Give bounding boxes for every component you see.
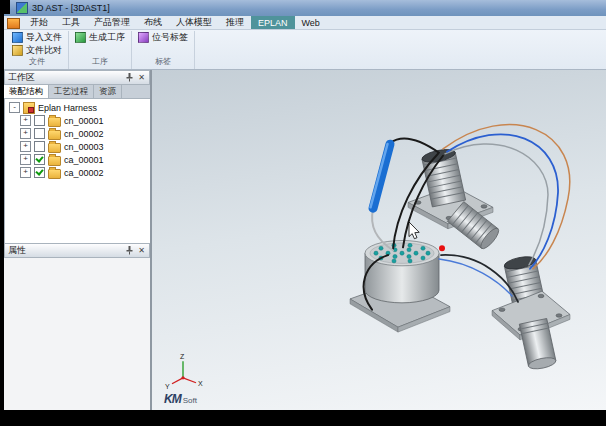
tab-eplan[interactable]: EPLAN: [251, 16, 295, 29]
viewport-3d[interactable]: Z X Y KM Soft: [152, 70, 606, 410]
tab-reasoning[interactable]: 推理: [219, 16, 251, 29]
import-file-button[interactable]: 导入文件: [10, 31, 64, 44]
expand-toggle-icon[interactable]: +: [20, 128, 31, 139]
tree-root-row[interactable]: - Eplan Harness: [5, 101, 150, 114]
assembly-tree: - Eplan Harness + cn_00001 + cn: [4, 99, 150, 243]
generate-process-icon: [75, 32, 86, 43]
wire-black-to-sleeve: [390, 138, 439, 152]
close-icon[interactable]: ✕: [137, 73, 146, 82]
position-label-button[interactable]: 位号标签: [136, 31, 190, 44]
tab-routing[interactable]: 布线: [137, 16, 169, 29]
blue-sleeve: [371, 144, 391, 208]
folder-icon: [48, 143, 61, 153]
tree-row-ca00001[interactable]: + ca_00001: [5, 153, 150, 166]
position-label-icon: [138, 32, 149, 43]
ribbon-group-label-file: 文件: [10, 57, 64, 67]
workspace-panel-header: 工作区 ✕: [4, 70, 150, 85]
ribbon-group-process: 生成工序 工序: [69, 31, 132, 69]
corner-notch: [0, 0, 10, 14]
pin-icon[interactable]: [125, 73, 134, 82]
mouse-cursor: [409, 222, 419, 239]
tab-manikin[interactable]: 人体模型: [169, 16, 219, 29]
tab-assembly-structure[interactable]: 装配结构: [4, 85, 49, 98]
file-compare-button[interactable]: 文件比对: [10, 44, 64, 57]
tree-item-label: cn_00002: [64, 129, 104, 139]
tree-checkbox[interactable]: [34, 141, 45, 152]
ribbon-group-file: 导入文件 文件比对 文件: [6, 31, 69, 69]
central-connector: [365, 240, 439, 302]
tree-root-label: Eplan Harness: [38, 103, 97, 113]
expand-toggle-icon[interactable]: +: [20, 141, 31, 152]
tree-checkbox[interactable]: [34, 115, 45, 126]
workspace-panel-title: 工作区: [8, 71, 35, 84]
tab-start[interactable]: 开始: [23, 16, 55, 29]
orientation-triad: Z X Y: [165, 353, 203, 389]
folder-icon: [48, 156, 61, 166]
import-file-icon: [12, 32, 23, 43]
pin-icon[interactable]: [125, 246, 134, 255]
tab-product-management[interactable]: 产品管理: [87, 16, 137, 29]
screen: 3D AST - [3DAST1] 开始 工具 产品管理 布线 人体模型 推理 …: [0, 0, 606, 426]
red-marker: [439, 245, 445, 251]
app-icon: [16, 2, 28, 14]
axis-x-label: X: [198, 380, 203, 387]
vendor-logo-km: KM: [164, 392, 181, 406]
app-window: 3D AST - [3DAST1] 开始 工具 产品管理 布线 人体模型 推理 …: [4, 0, 606, 418]
right-connector: [492, 254, 570, 370]
vendor-logo: KM Soft: [164, 392, 197, 406]
tree-row-cn00002[interactable]: + cn_00002: [5, 127, 150, 140]
tree-row-cn00001[interactable]: + cn_00001: [5, 114, 150, 127]
tree-checkbox[interactable]: [34, 154, 45, 165]
tree-item-label: cn_00003: [64, 142, 104, 152]
window-title: 3D AST - [3DAST1]: [32, 3, 110, 13]
properties-panel-title: 属性: [8, 244, 26, 257]
titlebar[interactable]: 3D AST - [3DAST1]: [4, 0, 606, 16]
expand-toggle-icon[interactable]: +: [20, 154, 31, 165]
ribbon: 导入文件 文件比对 文件 生成工序 工序: [4, 30, 606, 70]
vendor-logo-soft: Soft: [183, 396, 197, 405]
tree-item-label: cn_00001: [64, 116, 104, 126]
tab-resources[interactable]: 资源: [94, 85, 122, 98]
tree-row-ca00002[interactable]: + ca_00002: [5, 166, 150, 179]
tree-item-label: ca_00001: [64, 155, 104, 165]
folder-icon: [48, 130, 61, 140]
tab-process[interactable]: 工艺过程: [49, 85, 94, 98]
left-panel: 工作区 ✕ 装配结构 工艺过程 资源 - Eplan H: [4, 70, 152, 410]
expand-toggle-icon[interactable]: +: [20, 167, 31, 178]
3d-scene[interactable]: Z X Y: [152, 70, 606, 410]
tree-row-cn00003[interactable]: + cn_00003: [5, 140, 150, 153]
folder-icon: [48, 169, 61, 179]
app-menu-icon[interactable]: [7, 18, 20, 29]
expand-toggle-icon[interactable]: +: [20, 115, 31, 126]
ribbon-tab-bar: 开始 工具 产品管理 布线 人体模型 推理 EPLAN Web: [4, 16, 606, 30]
ribbon-group-label: 位号标签 标签: [132, 31, 195, 69]
file-compare-icon: [12, 45, 23, 56]
ribbon-group-label-tag: 标签: [136, 57, 190, 67]
properties-panel-header: 属性 ✕: [4, 243, 150, 258]
tab-web[interactable]: Web: [295, 16, 327, 29]
tree-checkbox[interactable]: [34, 128, 45, 139]
close-icon[interactable]: ✕: [137, 246, 146, 255]
axis-y-label: Y: [165, 383, 170, 390]
collapse-toggle-icon[interactable]: -: [9, 102, 20, 113]
harness-root-icon: [23, 102, 35, 114]
bottom-bar: [4, 410, 606, 418]
workspace-tabs: 装配结构 工艺过程 资源: [4, 85, 150, 99]
properties-panel-body: [4, 258, 150, 410]
tree-item-label: ca_00002: [64, 168, 104, 178]
tree-checkbox[interactable]: [34, 167, 45, 178]
tab-tools[interactable]: 工具: [55, 16, 87, 29]
axis-z-label: Z: [180, 353, 184, 360]
ribbon-group-label-process: 工序: [73, 57, 127, 67]
generate-process-button[interactable]: 生成工序: [73, 31, 127, 44]
folder-icon: [48, 117, 61, 127]
